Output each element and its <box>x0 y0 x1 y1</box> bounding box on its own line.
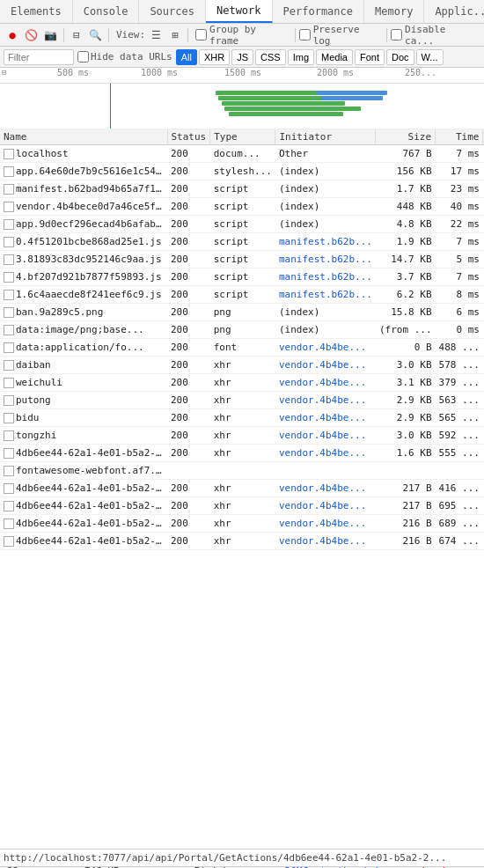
initiator-link[interactable]: vendor.4b4be... <box>279 412 366 423</box>
row-type: png <box>210 304 275 321</box>
table-row[interactable]: 3.81893c83dc952146c9aa.js200scriptmanife… <box>0 251 484 268</box>
ruler-mark-2500: 250... <box>405 68 436 77</box>
row-type: xhr <box>210 533 275 550</box>
row-type: script <box>210 216 275 233</box>
tab-application[interactable]: Applic... <box>424 0 484 23</box>
row-status: 200 <box>167 374 210 392</box>
table-row[interactable]: vendor.4b4bece0d7a46ce5fae...200script(i… <box>0 198 484 216</box>
table-row[interactable]: weichuli200xhrvendor.4b4be...3.1 KB379 .… <box>0 374 484 392</box>
tab-memory[interactable]: Memory <box>364 0 424 23</box>
filter-ws-button[interactable]: W... <box>416 49 444 65</box>
tab-sources[interactable]: Sources <box>139 0 206 23</box>
initiator-link[interactable]: vendor.4b4be... <box>279 535 366 547</box>
table-row[interactable]: app.9d0ecf296ecad4b6afab.js200script(ind… <box>0 216 484 233</box>
table-row[interactable]: bidu200xhrvendor.4b4be...2.9 KB565 ... <box>0 409 484 427</box>
table-row[interactable]: 4db6ee44-62a1-4e01-b5a2-2...200xhrvendor… <box>0 515 484 533</box>
filter-font-button[interactable]: Font <box>355 49 385 65</box>
group-by-frame-label: Group by frame <box>209 24 291 47</box>
table-row[interactable]: tongzhi200xhrvendor.4b4be...3.0 KB592 ..… <box>0 427 484 445</box>
filter-js-button[interactable]: JS <box>231 49 253 65</box>
table-row[interactable]: data:image/png;base...200png(index)(from… <box>0 321 484 339</box>
table-row[interactable]: localhost200docum...Other767 B7 ms <box>0 145 484 163</box>
table-row[interactable]: 4db6ee44-62a1-4e01-b5a2-2...200xhrvendor… <box>0 445 484 462</box>
filter-input[interactable] <box>4 49 74 65</box>
hide-data-urls-checkbox[interactable] <box>77 51 89 63</box>
group-view-button[interactable]: ⊞ <box>166 26 184 44</box>
search-button[interactable]: 🔍 <box>87 26 105 44</box>
table-row[interactable]: manifest.b62bad94b65a7f1ea...200script(i… <box>0 180 484 198</box>
list-view-button[interactable]: ☰ <box>147 26 165 44</box>
row-type: xhr <box>210 409 275 427</box>
timeline-area[interactable]: ⊟ 500 ms 1000 ms 1500 ms 2000 ms 250... <box>0 68 484 129</box>
table-row[interactable]: 4.bf207d921b7877f59893.js200scriptmanife… <box>0 268 484 286</box>
stop-button[interactable]: 🚫 <box>23 26 40 44</box>
initiator-link[interactable]: vendor.4b4be... <box>279 430 366 441</box>
row-initiator: (index) <box>275 304 376 321</box>
col-header-status[interactable]: Status <box>167 129 210 145</box>
filter-all-button[interactable]: All <box>176 49 197 65</box>
filter-xhr-button[interactable]: XHR <box>199 49 230 65</box>
row-size: 0 B <box>376 339 436 357</box>
table-row[interactable]: fontawesome-webfont.af7... <box>0 462 484 480</box>
table-row[interactable]: ban.9a289c5.png200png(index)15.8 KB6 ms <box>0 304 484 321</box>
filter-button[interactable]: ⊟ <box>68 26 85 44</box>
table-row[interactable]: 4db6ee44-62a1-4e01-b5a2-2...200xhrvendor… <box>0 480 484 497</box>
table-row[interactable]: 4db6ee44-62a1-4e01-b5a2-2...200xhrvendor… <box>0 497 484 515</box>
col-header-initiator[interactable]: Initiator <box>275 129 376 145</box>
row-status: 200 <box>167 233 210 251</box>
filter-img-button[interactable]: Img <box>288 49 314 65</box>
filter-bar: Hide data URLs All XHR JS CSS Img Media … <box>0 47 484 68</box>
separator-3 <box>187 28 188 42</box>
initiator-link[interactable]: vendor.4b4be... <box>279 482 366 494</box>
tab-console[interactable]: Console <box>73 0 140 23</box>
col-header-time[interactable]: Time <box>436 129 483 145</box>
initiator-link[interactable]: vendor.4b4be... <box>279 342 366 353</box>
record-button[interactable]: ● <box>4 26 21 44</box>
initiator-link[interactable]: vendor.4b4be... <box>279 377 366 388</box>
col-header-name[interactable]: Name <box>0 129 167 145</box>
preserve-log-checkbox[interactable] <box>299 29 311 40</box>
tab-elements[interactable]: Elements <box>0 0 73 23</box>
table-row[interactable]: app.64e60de7b9c5616e1c549...200stylesh..… <box>0 163 484 180</box>
network-table-container[interactable]: Name Status Type Initiator Size Time Wat… <box>0 129 484 849</box>
initiator-link[interactable]: vendor.4b4be... <box>279 500 366 511</box>
col-header-size[interactable]: Size <box>376 129 436 145</box>
initiator-link[interactable]: vendor.4b4be... <box>279 447 366 459</box>
filter-media-button[interactable]: Media <box>316 49 353 65</box>
table-row[interactable]: 1.6c4aaecde8f241eef6c9.js200scriptmanife… <box>0 286 484 304</box>
initiator-link[interactable]: manifest.b62b... <box>279 254 372 265</box>
row-status: 200 <box>167 392 210 409</box>
file-icon <box>4 202 14 212</box>
tab-performance[interactable]: Performance <box>273 0 364 23</box>
initiator-link[interactable]: vendor.4b4be... <box>279 359 366 371</box>
col-header-type[interactable]: Type <box>210 129 275 145</box>
row-size: 156 KB <box>376 163 436 180</box>
row-type: font <box>210 339 275 357</box>
file-icon <box>4 272 14 283</box>
table-row[interactable]: data:application/fo...200fontvendor.4b4b… <box>0 339 484 357</box>
initiator-link[interactable]: vendor.4b4be... <box>279 518 366 529</box>
row-name: localhost <box>16 148 69 159</box>
row-type <box>210 462 275 480</box>
disable-cache-checkbox[interactable] <box>391 29 402 40</box>
row-status <box>167 462 210 480</box>
filter-doc-button[interactable]: Doc <box>386 49 414 65</box>
camera-button[interactable]: 📷 <box>42 26 60 44</box>
row-time: 7 ms <box>436 233 483 251</box>
group-by-frame-checkbox[interactable] <box>195 29 207 40</box>
table-row[interactable]: 4db6ee44-62a1-4e01-b5a2-2...200xhrvendor… <box>0 533 484 550</box>
table-row[interactable]: putong200xhrvendor.4b4be...2.9 KB563 ... <box>0 392 484 409</box>
file-icon <box>4 219 14 230</box>
row-status: 200 <box>167 427 210 445</box>
table-row[interactable]: daiban200xhrvendor.4b4be...3.0 KB578 ... <box>0 357 484 374</box>
tab-network[interactable]: Network <box>206 0 273 23</box>
filter-css-button[interactable]: CSS <box>255 49 286 65</box>
row-time: 22 ms <box>436 216 483 233</box>
row-size: 1.9 KB <box>376 233 436 251</box>
initiator-link[interactable]: manifest.b62b... <box>279 289 372 300</box>
table-row[interactable]: 0.4f51201bcbe868ad25e1.js200scriptmanife… <box>0 233 484 251</box>
initiator-link[interactable]: manifest.b62b... <box>279 236 372 247</box>
initiator-link[interactable]: vendor.4b4be... <box>279 394 366 406</box>
initiator-link[interactable]: manifest.b62b... <box>279 271 372 283</box>
row-time: 17 ms <box>436 163 483 180</box>
